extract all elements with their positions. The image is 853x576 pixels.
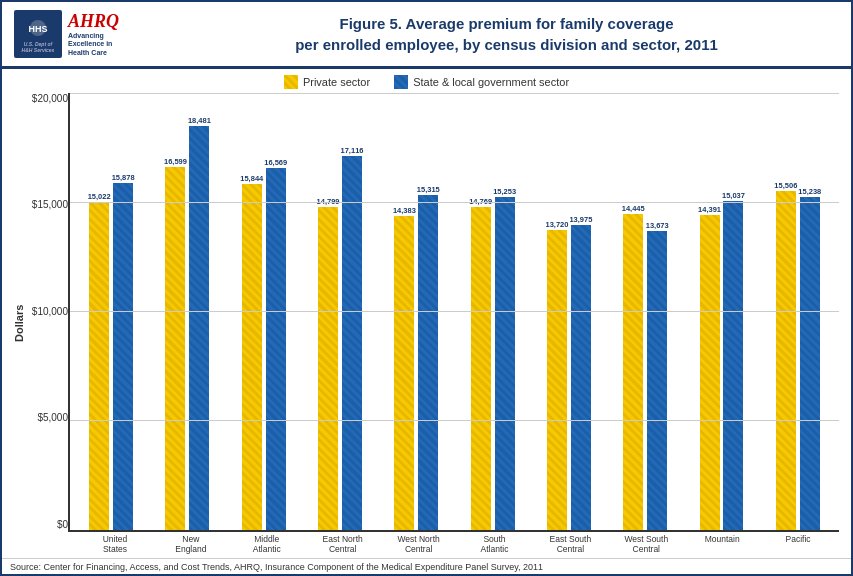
bar-wrap-private-1: 16,599 bbox=[164, 93, 187, 530]
legend-private: Private sector bbox=[284, 75, 370, 89]
ahrq-text: AHRQ bbox=[68, 11, 119, 32]
bar-govt-4 bbox=[418, 195, 438, 529]
bar-private-8 bbox=[700, 215, 720, 529]
bar-pair-5: 14,76915,253 bbox=[455, 93, 529, 530]
x-label-2: Middle Atlantic bbox=[230, 532, 304, 554]
bar-wrap-private-9: 15,506 bbox=[774, 93, 797, 530]
bar-group-1: 16,59918,481 bbox=[150, 93, 224, 530]
hhs-logo: HHS U.S. Dept of H&H Services bbox=[14, 10, 62, 58]
y-labels: $20,000 $15,000 $10,000 $5,000 $0 bbox=[28, 93, 68, 530]
bar-value-private-6: 13,720 bbox=[545, 220, 568, 229]
bar-private-4 bbox=[394, 216, 414, 530]
bar-wrap-govt-9: 15,238 bbox=[798, 93, 821, 530]
bar-wrap-govt-3: 17,116 bbox=[341, 93, 364, 530]
chart-container: Dollars $20,000 $15,000 $10, bbox=[10, 93, 843, 554]
bar-value-private-0: 15,022 bbox=[88, 192, 111, 201]
bar-govt-8 bbox=[723, 201, 743, 529]
bar-wrap-govt-5: 15,253 bbox=[493, 93, 516, 530]
chart-inner: $20,000 $15,000 $10,000 $5,000 $0 15,022… bbox=[30, 93, 843, 554]
legend-private-label: Private sector bbox=[303, 76, 370, 88]
bar-govt-0 bbox=[113, 183, 133, 530]
bar-wrap-private-7: 14,445 bbox=[622, 93, 645, 530]
bar-group-4: 14,38315,315 bbox=[379, 93, 453, 530]
x-label-8: Mountain bbox=[685, 532, 759, 554]
bar-private-3 bbox=[318, 207, 338, 530]
bar-private-2 bbox=[242, 184, 262, 530]
bar-govt-7 bbox=[647, 231, 667, 529]
bar-govt-9 bbox=[800, 197, 820, 530]
ahrq-sub: AdvancingExcellence inHealth Care bbox=[68, 32, 112, 57]
chart-title: Figure 5. Average premium for family cov… bbox=[174, 13, 839, 55]
bar-wrap-govt-4: 15,315 bbox=[417, 93, 440, 530]
bar-govt-6 bbox=[571, 225, 591, 530]
bar-group-8: 14,39115,037 bbox=[684, 93, 758, 530]
bar-value-govt-0: 15,878 bbox=[112, 173, 135, 182]
bar-value-private-3: 14,799 bbox=[317, 197, 340, 206]
bar-govt-1 bbox=[189, 126, 209, 529]
logo-area: HHS U.S. Dept of H&H Services AHRQ Advan… bbox=[14, 10, 174, 58]
bar-private-9 bbox=[776, 191, 796, 530]
y-label-15k: $15,000 bbox=[28, 199, 68, 210]
x-label-6: East South Central bbox=[533, 532, 607, 554]
bar-wrap-govt-2: 16,569 bbox=[264, 93, 287, 530]
bar-govt-5 bbox=[495, 197, 515, 530]
bar-private-6 bbox=[547, 230, 567, 530]
title-line1: Figure 5. Average premium for family cov… bbox=[339, 15, 673, 32]
bar-private-1 bbox=[165, 167, 185, 529]
bar-value-govt-6: 13,975 bbox=[569, 215, 592, 224]
bar-value-govt-2: 16,569 bbox=[264, 158, 287, 167]
y-label-0: $0 bbox=[28, 519, 68, 530]
legend-govt-box bbox=[394, 75, 408, 89]
bar-value-govt-7: 13,673 bbox=[646, 221, 669, 230]
bar-value-govt-4: 15,315 bbox=[417, 185, 440, 194]
bar-group-6: 13,72013,975 bbox=[532, 93, 606, 530]
bar-value-govt-1: 18,481 bbox=[188, 116, 211, 125]
bar-pair-9: 15,50615,238 bbox=[761, 93, 835, 530]
x-label-3: East North Central bbox=[306, 532, 380, 554]
bar-wrap-private-3: 14,799 bbox=[317, 93, 340, 530]
bar-wrap-private-0: 15,022 bbox=[88, 93, 111, 530]
bar-wrap-private-5: 14,769 bbox=[469, 93, 492, 530]
bar-pair-3: 14,79917,116 bbox=[303, 93, 377, 530]
bar-govt-2 bbox=[266, 168, 286, 530]
x-labels: United StatesNew EnglandMiddle AtlanticE… bbox=[74, 532, 839, 554]
legend: Private sector State & local government … bbox=[10, 75, 843, 89]
y-axis-label: Dollars bbox=[10, 93, 28, 554]
title-area: Figure 5. Average premium for family cov… bbox=[174, 13, 839, 55]
bar-value-private-1: 16,599 bbox=[164, 157, 187, 166]
ahrq-logo: AHRQ AdvancingExcellence inHealth Care bbox=[68, 11, 119, 57]
bar-value-private-7: 14,445 bbox=[622, 204, 645, 213]
title-line2: per enrolled employee, by census divisio… bbox=[295, 36, 718, 53]
x-label-0: United States bbox=[78, 532, 152, 554]
x-label-9: Pacific bbox=[761, 532, 835, 554]
y-label-10k: $10,000 bbox=[28, 306, 68, 317]
bars-container: 15,02215,87816,59918,48115,84416,56914,7… bbox=[70, 93, 839, 530]
x-label-4: West North Central bbox=[382, 532, 456, 554]
bar-pair-6: 13,72013,975 bbox=[532, 93, 606, 530]
bar-private-5 bbox=[471, 207, 491, 529]
bar-value-private-5: 14,769 bbox=[469, 197, 492, 206]
plot-area: $20,000 $15,000 $10,000 $5,000 $0 15,022… bbox=[68, 93, 839, 532]
bar-value-private-9: 15,506 bbox=[774, 181, 797, 190]
bar-wrap-private-6: 13,720 bbox=[545, 93, 568, 530]
svg-text:HHS: HHS bbox=[28, 24, 47, 34]
bar-private-7 bbox=[623, 214, 643, 529]
bar-group-0: 15,02215,878 bbox=[74, 93, 148, 530]
chart-body: Private sector State & local government … bbox=[2, 69, 851, 558]
bar-wrap-govt-7: 13,673 bbox=[646, 93, 669, 530]
bar-pair-4: 14,38315,315 bbox=[379, 93, 453, 530]
source: Source: Center for Financing, Access, an… bbox=[2, 558, 851, 574]
bar-wrap-private-2: 15,844 bbox=[240, 93, 263, 530]
y-label-5k: $5,000 bbox=[28, 412, 68, 423]
bar-wrap-govt-1: 18,481 bbox=[188, 93, 211, 530]
bar-wrap-govt-6: 13,975 bbox=[569, 93, 592, 530]
bar-value-private-4: 14,383 bbox=[393, 206, 416, 215]
bar-group-5: 14,76915,253 bbox=[455, 93, 529, 530]
legend-govt: State & local government sector bbox=[394, 75, 569, 89]
bar-value-govt-3: 17,116 bbox=[341, 146, 364, 155]
bar-group-3: 14,79917,116 bbox=[303, 93, 377, 530]
bar-wrap-govt-0: 15,878 bbox=[112, 93, 135, 530]
bar-pair-0: 15,02215,878 bbox=[74, 93, 148, 530]
bar-group-2: 15,84416,569 bbox=[227, 93, 301, 530]
legend-private-box bbox=[284, 75, 298, 89]
